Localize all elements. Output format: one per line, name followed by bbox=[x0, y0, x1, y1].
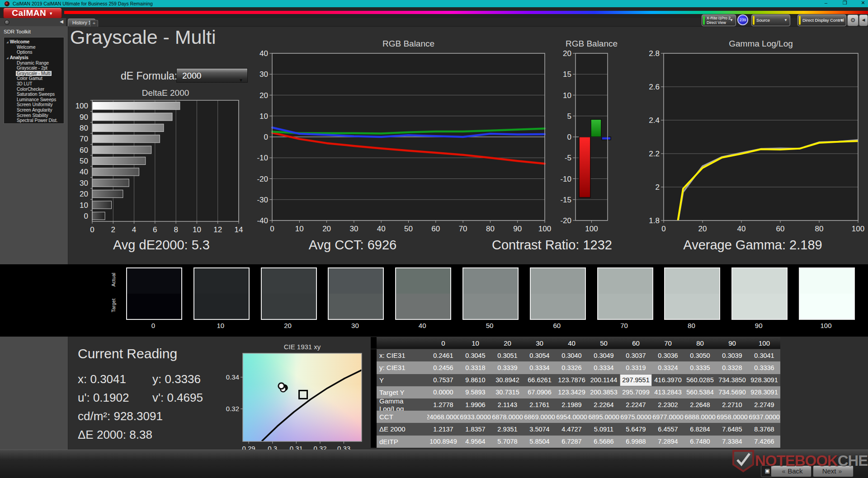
table-cell[interactable]: 30.8942 bbox=[491, 374, 524, 386]
table-cell[interactable]: 0.3040 bbox=[556, 349, 588, 361]
back-button[interactable]: «Back bbox=[771, 465, 811, 477]
table-cell[interactable]: 2.2710 bbox=[716, 398, 748, 411]
table-cell[interactable]: 2.1989 bbox=[556, 398, 588, 411]
table-cell[interactable]: 0.3336 bbox=[748, 361, 780, 374]
table-cell[interactable]: 200.3853 bbox=[588, 386, 620, 398]
table-cell[interactable]: 30.7315 bbox=[491, 386, 524, 398]
source-dropdown[interactable]: Source ▼ bbox=[751, 14, 790, 26]
table-cell[interactable]: 0.3036 bbox=[652, 349, 684, 361]
meter-dropdown[interactable]: X-Rite i1Pro 2 Direct View ▼ bbox=[702, 14, 736, 26]
sidebar-item-3d-lut[interactable]: 3D LUT bbox=[4, 81, 64, 87]
table-cell[interactable]: 5.0911 bbox=[588, 423, 620, 435]
table-cell[interactable]: 2.9351 bbox=[491, 423, 524, 435]
table-cell[interactable]: 7.6485 bbox=[716, 423, 748, 435]
table-cell[interactable]: 6888.0000 bbox=[684, 411, 716, 423]
table-cell[interactable]: 8.3768 bbox=[748, 423, 780, 435]
sidebar-item-saturation-sweeps[interactable]: Saturation Sweeps bbox=[4, 92, 64, 97]
table-cell[interactable]: 5.6479 bbox=[620, 423, 652, 435]
table-cell[interactable]: 0.3039 bbox=[716, 349, 748, 361]
table-cell[interactable]: 2.2247 bbox=[620, 398, 652, 411]
table-cell[interactable]: 2.2302 bbox=[652, 398, 684, 411]
sidebar-group-analysis[interactable]: ◢Analysis bbox=[4, 55, 64, 61]
table-cell[interactable]: 66.6261 bbox=[524, 374, 556, 386]
table-cell[interactable]: 2.2648 bbox=[684, 398, 716, 411]
sidebar-item-spectral-power-dist-[interactable]: Spectral Power Dist. bbox=[4, 118, 64, 123]
table-cell[interactable]: 0.2456 bbox=[427, 361, 459, 374]
table-cell[interactable]: 6937.0000 bbox=[748, 411, 780, 423]
calman-menu-button[interactable]: CalMAN▼ bbox=[3, 8, 62, 19]
table-cell[interactable]: 413.2843 bbox=[652, 386, 684, 398]
table-cell[interactable]: 0.3051 bbox=[491, 349, 524, 361]
sidebar-item-screen-angularity[interactable]: Screen Angularity bbox=[4, 108, 64, 113]
table-cell[interactable]: 123.7876 bbox=[556, 374, 588, 386]
table-cell[interactable]: 6.9988 bbox=[620, 436, 652, 448]
table-cell[interactable]: 0.3041 bbox=[748, 349, 780, 361]
table-cell[interactable]: 2.2264 bbox=[588, 398, 620, 411]
table-cell[interactable]: 1.8357 bbox=[459, 423, 491, 435]
table-cell[interactable]: 0.3319 bbox=[620, 361, 652, 374]
table-cell[interactable]: 67.0906 bbox=[524, 386, 556, 398]
table-cell[interactable]: 6.4557 bbox=[652, 423, 684, 435]
table-cell[interactable]: 0.3328 bbox=[716, 361, 748, 374]
table-cell[interactable]: 5.7078 bbox=[491, 436, 524, 448]
next-button[interactable]: Next» bbox=[813, 465, 854, 477]
table-cell[interactable]: 2.1143 bbox=[491, 398, 524, 411]
table-cell[interactable]: 6958.0000 bbox=[716, 411, 748, 423]
table-cell[interactable]: 0.3045 bbox=[459, 349, 491, 361]
table-cell[interactable]: 4.9564 bbox=[459, 436, 491, 448]
table-cell[interactable]: 7.3384 bbox=[716, 436, 748, 448]
add-tab-button[interactable]: + bbox=[90, 20, 98, 27]
maximize-button[interactable]: ❐ bbox=[839, 0, 851, 7]
table-cell[interactable]: 6975.0000 bbox=[620, 411, 652, 423]
table-cell[interactable]: 2.2749 bbox=[748, 398, 780, 411]
table-cell[interactable]: 928.3091 bbox=[748, 374, 780, 386]
table-cell[interactable]: 0.3334 bbox=[588, 361, 620, 374]
table-cell[interactable]: 5.8504 bbox=[524, 436, 556, 448]
table-cell[interactable]: 24068.0000 bbox=[427, 411, 459, 423]
sidebar-item-luminance-sweeps[interactable]: Luminance Sweeps bbox=[4, 97, 64, 103]
table-cell[interactable]: 6.8284 bbox=[684, 423, 716, 435]
table-cell[interactable]: 0.3335 bbox=[684, 361, 716, 374]
table-cell[interactable]: 6.7287 bbox=[556, 436, 588, 448]
sidebar-group-welcome[interactable]: ◢Welcome bbox=[4, 39, 64, 45]
sidebar-item-screen-uniformity[interactable]: Screen Uniformity bbox=[4, 102, 64, 108]
table-cell[interactable]: 1.9906 bbox=[459, 398, 491, 411]
collapse-panel-button[interactable]: ◀ bbox=[859, 14, 868, 26]
table-cell[interactable]: 416.3970 bbox=[652, 374, 684, 386]
table-cell[interactable]: 0.3324 bbox=[652, 361, 684, 374]
table-cell[interactable]: 7.4266 bbox=[748, 436, 780, 448]
table-cell[interactable]: 6.5686 bbox=[588, 436, 620, 448]
sidebar-item-dynamic-range[interactable]: Dynamic Range bbox=[4, 60, 64, 66]
table-cell[interactable]: 0.3050 bbox=[684, 349, 716, 361]
table-cell[interactable]: 0.3339 bbox=[491, 361, 524, 374]
sidebar-item-welcome[interactable]: Welcome bbox=[4, 45, 64, 50]
sidebar-item-options[interactable]: Options bbox=[4, 50, 64, 55]
sidebar-item-grayscale-multi[interactable]: Grayscale - Multi bbox=[4, 71, 64, 76]
table-cell[interactable]: 4.4727 bbox=[556, 423, 588, 435]
table-cell[interactable]: 6869.0000 bbox=[524, 411, 556, 423]
display-control-dropdown[interactable]: Direct Display Control ▼ bbox=[797, 14, 846, 26]
table-cell[interactable]: 928.3091 bbox=[748, 386, 780, 398]
table-cell[interactable]: 0.0000 bbox=[427, 386, 459, 398]
minimize-button[interactable]: – bbox=[820, 0, 832, 7]
table-cell[interactable]: 734.5690 bbox=[716, 386, 748, 398]
table-cell[interactable]: 560.0285 bbox=[684, 374, 716, 386]
table-cell[interactable]: 295.7099 bbox=[620, 386, 652, 398]
table-cell[interactable]: 0.7537 bbox=[427, 374, 459, 386]
settings-gear-button[interactable]: ⚙ bbox=[847, 14, 859, 26]
table-cell[interactable]: 6977.0000 bbox=[652, 411, 684, 423]
table-cell[interactable]: 2.1761 bbox=[524, 398, 556, 411]
sidebar-item-screen-stability[interactable]: Screen Stability bbox=[4, 112, 64, 118]
table-cell[interactable]: 0.3037 bbox=[620, 349, 652, 361]
table-cell[interactable]: 6933.0000 bbox=[459, 411, 491, 423]
table-cell[interactable]: 0.3049 bbox=[588, 349, 620, 361]
table-cell[interactable]: 9.8610 bbox=[459, 374, 491, 386]
table-cell[interactable]: 7.2894 bbox=[652, 436, 684, 448]
table-cell[interactable]: 1.2137 bbox=[427, 423, 459, 435]
table-cell[interactable]: 3.5074 bbox=[524, 423, 556, 435]
sidebar-item-grayscale-2pt[interactable]: Grayscale - 2pt bbox=[4, 66, 64, 71]
table-cell[interactable]: 100.8949 bbox=[427, 436, 459, 448]
table-cell[interactable]: 0.2461 bbox=[427, 349, 459, 361]
table-cell[interactable]: 200.1144 bbox=[588, 374, 620, 386]
table-cell[interactable]: 1.2778 bbox=[427, 398, 459, 411]
